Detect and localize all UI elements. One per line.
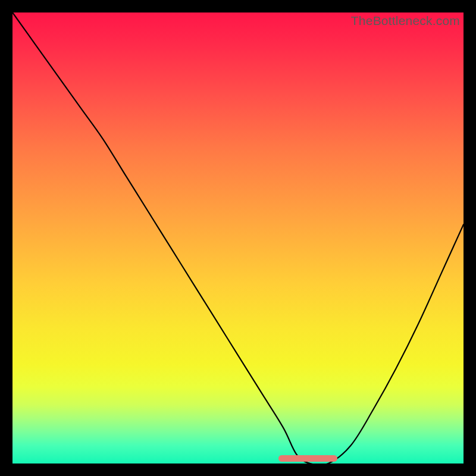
- chart-plot-area: TheBottleneck.com: [12, 12, 464, 464]
- optimal-range-marker: [278, 455, 337, 462]
- bottleneck-curve: [12, 12, 464, 464]
- chart-frame: TheBottleneck.com: [0, 0, 476, 476]
